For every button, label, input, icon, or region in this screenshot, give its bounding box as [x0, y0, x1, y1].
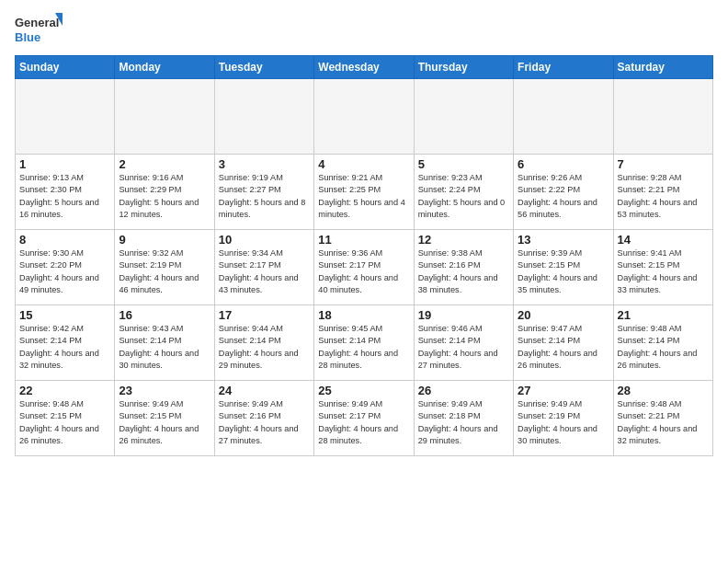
calendar-cell: 21Sunrise: 9:48 AM Sunset: 2:14 PM Dayli…: [613, 305, 712, 381]
day-info: Sunrise: 9:23 AM Sunset: 2:24 PM Dayligh…: [418, 172, 509, 221]
day-number: 28: [618, 384, 709, 397]
day-info: Sunrise: 9:49 AM Sunset: 2:18 PM Dayligh…: [418, 398, 509, 447]
day-number: 14: [618, 233, 709, 247]
calendar-cell: [214, 79, 313, 155]
calendar-cell: 19Sunrise: 9:46 AM Sunset: 2:14 PM Dayli…: [414, 305, 513, 381]
day-number: 25: [318, 384, 409, 397]
calendar-cell: 1Sunrise: 9:13 AM Sunset: 2:30 PM Daylig…: [16, 155, 115, 230]
calendar-row-4: 15Sunrise: 9:42 AM Sunset: 2:14 PM Dayli…: [16, 305, 713, 381]
calendar-cell: [613, 79, 712, 155]
day-number: 10: [219, 233, 310, 247]
day-number: 19: [418, 308, 509, 322]
day-number: 16: [119, 308, 210, 322]
day-number: 3: [219, 157, 310, 171]
day-info: Sunrise: 9:36 AM Sunset: 2:17 PM Dayligh…: [318, 247, 409, 296]
day-number: 2: [119, 157, 210, 171]
calendar-cell: 3Sunrise: 9:19 AM Sunset: 2:27 PM Daylig…: [214, 155, 313, 230]
calendar-cell: 15Sunrise: 9:42 AM Sunset: 2:14 PM Dayli…: [16, 305, 115, 381]
day-info: Sunrise: 9:28 AM Sunset: 2:21 PM Dayligh…: [618, 172, 709, 221]
day-info: Sunrise: 9:42 AM Sunset: 2:14 PM Dayligh…: [19, 323, 110, 372]
day-info: Sunrise: 9:39 AM Sunset: 2:15 PM Dayligh…: [518, 247, 609, 296]
day-number: 23: [119, 384, 210, 397]
day-number: 21: [618, 308, 709, 322]
calendar-cell: 6Sunrise: 9:26 AM Sunset: 2:22 PM Daylig…: [514, 155, 613, 230]
day-number: 7: [618, 157, 709, 171]
day-info: Sunrise: 9:49 AM Sunset: 2:16 PM Dayligh…: [219, 398, 310, 447]
day-info: Sunrise: 9:45 AM Sunset: 2:14 PM Dayligh…: [318, 323, 409, 372]
calendar-cell: 9Sunrise: 9:32 AM Sunset: 2:19 PM Daylig…: [115, 230, 214, 305]
day-info: Sunrise: 9:48 AM Sunset: 2:14 PM Dayligh…: [618, 323, 709, 372]
day-number: 4: [318, 157, 409, 171]
header-thursday: Thursday: [414, 56, 513, 79]
day-number: 12: [418, 233, 509, 247]
day-info: Sunrise: 9:13 AM Sunset: 2:30 PM Dayligh…: [19, 172, 110, 221]
header-friday: Friday: [514, 56, 613, 79]
day-info: Sunrise: 9:26 AM Sunset: 2:22 PM Dayligh…: [518, 172, 609, 221]
calendar-cell: [314, 79, 414, 155]
calendar-cell: 4Sunrise: 9:21 AM Sunset: 2:25 PM Daylig…: [314, 155, 414, 230]
calendar-cell: 26Sunrise: 9:49 AM Sunset: 2:18 PM Dayli…: [414, 381, 513, 456]
day-number: 9: [119, 233, 210, 247]
calendar-row-3: 8Sunrise: 9:30 AM Sunset: 2:20 PM Daylig…: [16, 230, 713, 305]
day-number: 5: [418, 157, 509, 171]
calendar-cell: 23Sunrise: 9:49 AM Sunset: 2:15 PM Dayli…: [115, 381, 214, 456]
calendar-cell: 18Sunrise: 9:45 AM Sunset: 2:14 PM Dayli…: [314, 305, 414, 381]
svg-text:General: General: [15, 16, 59, 29]
day-number: 20: [518, 308, 609, 322]
day-number: 11: [318, 233, 409, 247]
day-info: Sunrise: 9:49 AM Sunset: 2:17 PM Dayligh…: [318, 398, 409, 447]
day-info: Sunrise: 9:30 AM Sunset: 2:20 PM Dayligh…: [19, 247, 110, 296]
calendar-cell: 2Sunrise: 9:16 AM Sunset: 2:29 PM Daylig…: [115, 155, 214, 230]
days-header-row: Sunday Monday Tuesday Wednesday Thursday…: [16, 56, 713, 79]
calendar-cell: 13Sunrise: 9:39 AM Sunset: 2:15 PM Dayli…: [514, 230, 613, 305]
day-info: Sunrise: 9:43 AM Sunset: 2:14 PM Dayligh…: [119, 323, 210, 372]
calendar-cell: [414, 79, 513, 155]
calendar-cell: 25Sunrise: 9:49 AM Sunset: 2:17 PM Dayli…: [314, 381, 414, 456]
day-info: Sunrise: 9:34 AM Sunset: 2:17 PM Dayligh…: [219, 247, 310, 296]
calendar-row-2: 1Sunrise: 9:13 AM Sunset: 2:30 PM Daylig…: [16, 155, 713, 230]
calendar-cell: 24Sunrise: 9:49 AM Sunset: 2:16 PM Dayli…: [214, 381, 313, 456]
calendar-cell: 7Sunrise: 9:28 AM Sunset: 2:21 PM Daylig…: [613, 155, 712, 230]
svg-text:Blue: Blue: [15, 30, 40, 44]
calendar-cell: 14Sunrise: 9:41 AM Sunset: 2:15 PM Dayli…: [613, 230, 712, 305]
day-number: 17: [219, 308, 310, 322]
day-info: Sunrise: 9:48 AM Sunset: 2:15 PM Dayligh…: [19, 398, 110, 447]
calendar-cell: 22Sunrise: 9:48 AM Sunset: 2:15 PM Dayli…: [16, 381, 115, 456]
day-number: 8: [19, 233, 110, 247]
calendar-table: Sunday Monday Tuesday Wednesday Thursday…: [15, 55, 713, 456]
calendar-cell: 28Sunrise: 9:48 AM Sunset: 2:21 PM Dayli…: [613, 381, 712, 456]
calendar-row-1: [16, 79, 713, 155]
day-number: 18: [318, 308, 409, 322]
header-tuesday: Tuesday: [214, 56, 313, 79]
calendar-cell: 8Sunrise: 9:30 AM Sunset: 2:20 PM Daylig…: [16, 230, 115, 305]
header-sunday: Sunday: [16, 56, 115, 79]
day-info: Sunrise: 9:41 AM Sunset: 2:15 PM Dayligh…: [618, 247, 709, 296]
calendar-cell: 10Sunrise: 9:34 AM Sunset: 2:17 PM Dayli…: [214, 230, 313, 305]
day-number: 15: [19, 308, 110, 322]
calendar-cell: [514, 79, 613, 155]
logo-svg: General Blue: [15, 11, 63, 48]
day-info: Sunrise: 9:46 AM Sunset: 2:14 PM Dayligh…: [418, 323, 509, 372]
day-info: Sunrise: 9:19 AM Sunset: 2:27 PM Dayligh…: [219, 172, 310, 221]
calendar-cell: 17Sunrise: 9:44 AM Sunset: 2:14 PM Dayli…: [214, 305, 313, 381]
day-info: Sunrise: 9:32 AM Sunset: 2:19 PM Dayligh…: [119, 247, 210, 296]
day-info: Sunrise: 9:38 AM Sunset: 2:16 PM Dayligh…: [418, 247, 509, 296]
day-number: 27: [518, 384, 609, 397]
day-info: Sunrise: 9:44 AM Sunset: 2:14 PM Dayligh…: [219, 323, 310, 372]
header: General Blue: [15, 11, 713, 48]
day-info: Sunrise: 9:48 AM Sunset: 2:21 PM Dayligh…: [618, 398, 709, 447]
day-info: Sunrise: 9:21 AM Sunset: 2:25 PM Dayligh…: [318, 172, 409, 221]
day-number: 6: [518, 157, 609, 171]
calendar-cell: [16, 79, 115, 155]
calendar-cell: 5Sunrise: 9:23 AM Sunset: 2:24 PM Daylig…: [414, 155, 513, 230]
day-info: Sunrise: 9:47 AM Sunset: 2:14 PM Dayligh…: [518, 323, 609, 372]
header-wednesday: Wednesday: [314, 56, 414, 79]
day-number: 22: [19, 384, 110, 397]
day-number: 1: [19, 157, 110, 171]
day-number: 13: [518, 233, 609, 247]
calendar-cell: 27Sunrise: 9:49 AM Sunset: 2:19 PM Dayli…: [514, 381, 613, 456]
header-saturday: Saturday: [613, 56, 712, 79]
calendar-cell: 16Sunrise: 9:43 AM Sunset: 2:14 PM Dayli…: [115, 305, 214, 381]
page: General Blue Sunday Monday Tuesday Wedne…: [0, 0, 728, 563]
day-info: Sunrise: 9:49 AM Sunset: 2:15 PM Dayligh…: [119, 398, 210, 447]
